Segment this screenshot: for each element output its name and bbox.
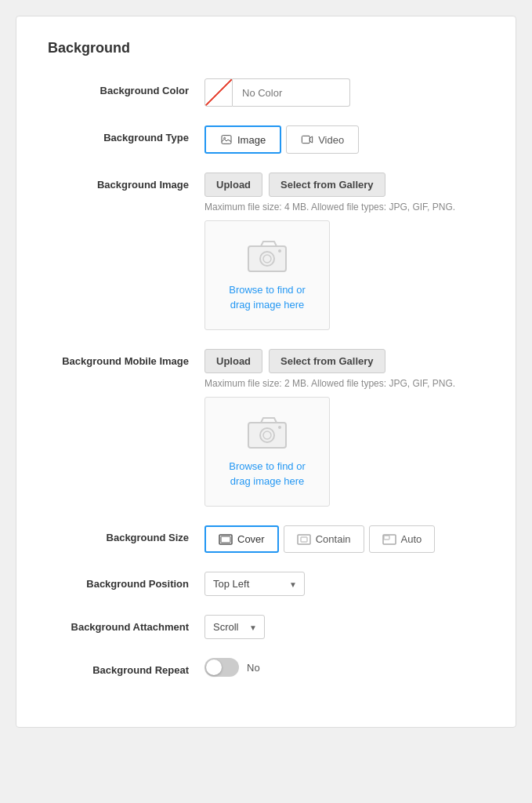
size-cover-label: Cover [237,533,265,545]
svg-rect-2 [302,136,309,143]
background-image-gallery-button[interactable]: Select from Gallery [269,173,385,197]
background-image-upload-button[interactable]: Upload [204,173,262,197]
background-position-label: Background Position [48,572,204,590]
background-repeat-toggle[interactable] [204,658,239,677]
size-contain-label: Contain [316,533,351,545]
image-icon [220,133,233,146]
background-mobile-image-file-info: Maximum file size: 2 MB. Allowed file ty… [204,378,484,389]
background-repeat-label: Background Repeat [48,658,204,676]
background-mobile-image-drop-zone[interactable]: Browse to find ordrag image here [204,397,330,507]
background-size-btn-group: Cover Contain Auto [204,525,484,553]
video-icon [301,133,313,146]
background-size-row: Background Size Cover Contain [48,525,484,553]
size-auto-label: Auto [401,533,422,545]
background-size-label: Background Size [48,525,204,543]
svg-point-6 [278,249,281,253]
background-type-row: Background Type Image Video [48,125,484,154]
contain-icon [297,534,311,545]
svg-rect-14 [301,537,307,542]
background-mobile-image-upload-button[interactable]: Upload [204,349,262,373]
cover-icon [219,534,233,545]
svg-point-10 [278,426,281,429]
background-type-control: Image Video [204,125,484,154]
background-repeat-off-label: No [247,662,260,674]
auto-icon [382,534,396,545]
background-type-label: Background Type [48,125,204,144]
svg-rect-12 [221,536,230,543]
background-attachment-row: Background Attachment Scroll Fixed Local [48,615,484,639]
background-color-label: Background Color [48,78,204,96]
background-image-row: Background Image Upload Select from Gall… [48,173,484,330]
background-position-row: Background Position Top Left Top Center … [48,572,484,596]
svg-rect-0 [222,136,231,144]
svg-rect-13 [298,535,310,544]
color-text-input[interactable] [233,78,350,107]
type-video-label: Video [318,134,344,146]
background-mobile-image-label: Background Mobile Image [48,349,204,367]
background-position-control: Top Left Top Center Top Right Center Lef… [204,572,484,596]
size-auto-button[interactable]: Auto [369,525,436,553]
background-mobile-image-row: Background Mobile Image Upload Select fr… [48,349,484,507]
background-image-label: Background Image [48,173,204,191]
background-repeat-control: No [204,658,484,677]
background-type-toggle-group: Image Video [204,125,484,154]
background-color-control [204,78,484,107]
size-cover-button[interactable]: Cover [204,525,279,553]
background-mobile-image-btn-group: Upload Select from Gallery [204,349,484,373]
background-image-drop-zone[interactable]: Browse to find ordrag image here [204,220,330,330]
background-image-file-info: Maximum file size: 4 MB. Allowed file ty… [204,202,484,213]
background-attachment-select[interactable]: Scroll Fixed Local [204,615,265,639]
panel-title: Background [48,40,484,56]
background-position-select-wrapper: Top Left Top Center Top Right Center Lef… [204,572,305,596]
type-video-button[interactable]: Video [286,125,359,154]
background-image-browse-text: Browse to find ordrag image here [229,282,306,313]
camera-icon-mobile [247,415,288,452]
background-repeat-toggle-row: No [204,658,484,677]
camera-icon [247,238,288,276]
background-mobile-image-control: Upload Select from Gallery Maximum file … [204,349,484,507]
background-mobile-image-browse-text: Browse to find ordrag image here [229,459,306,489]
background-panel: Background Background Color Background T… [16,16,516,728]
background-position-select[interactable]: Top Left Top Center Top Right Center Lef… [204,572,305,596]
type-image-label: Image [237,134,266,146]
color-swatch[interactable] [204,78,233,107]
background-attachment-label: Background Attachment [48,615,204,633]
size-contain-button[interactable]: Contain [284,525,364,553]
background-image-control: Upload Select from Gallery Maximum file … [204,173,484,330]
background-mobile-image-gallery-button[interactable]: Select from Gallery [269,349,385,373]
background-repeat-row: Background Repeat No [48,658,484,677]
background-attachment-select-wrapper: Scroll Fixed Local [204,615,265,639]
background-image-btn-group: Upload Select from Gallery [204,173,484,197]
svg-rect-16 [384,536,389,540]
background-size-control: Cover Contain Auto [204,525,484,553]
type-image-button[interactable]: Image [204,125,281,154]
background-color-row: Background Color [48,78,484,107]
background-attachment-control: Scroll Fixed Local [204,615,484,639]
